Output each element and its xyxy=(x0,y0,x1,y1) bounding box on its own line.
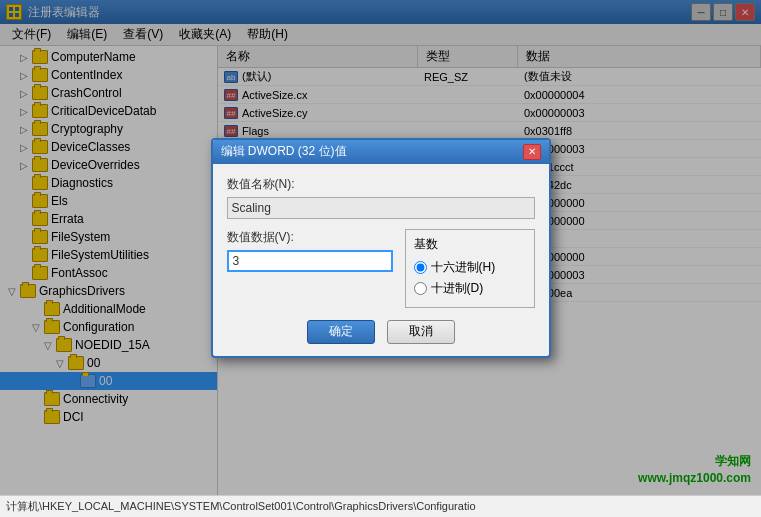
status-text: 计算机\HKEY_LOCAL_MACHINE\SYSTEM\ControlSet… xyxy=(6,499,476,514)
base-radio-group: 基数 十六进制(H) 十进制(D) xyxy=(405,229,535,308)
dialog-title-text: 编辑 DWORD (32 位)值 xyxy=(221,143,347,160)
base-label: 基数 xyxy=(414,236,526,253)
data-input[interactable] xyxy=(227,250,393,272)
dialog-buttons: 确定 取消 xyxy=(227,320,535,344)
data-col: 数值数据(V): xyxy=(227,229,393,308)
name-label: 数值名称(N): xyxy=(227,176,535,193)
dec-radio-item[interactable]: 十进制(D) xyxy=(414,280,526,297)
hex-radio[interactable] xyxy=(414,261,427,274)
dword-dialog: 编辑 DWORD (32 位)值 ✕ 数值名称(N): 数值数据(V): 基数 … xyxy=(211,138,551,358)
dialog-title-bar: 编辑 DWORD (32 位)值 ✕ xyxy=(213,140,549,164)
status-bar: 计算机\HKEY_LOCAL_MACHINE\SYSTEM\ControlSet… xyxy=(0,495,761,517)
hex-radio-item[interactable]: 十六进制(H) xyxy=(414,259,526,276)
dialog-close-button[interactable]: ✕ xyxy=(523,144,541,160)
dialog-overlay: 编辑 DWORD (32 位)值 ✕ 数值名称(N): 数值数据(V): 基数 … xyxy=(0,0,761,495)
ok-button[interactable]: 确定 xyxy=(307,320,375,344)
data-label: 数值数据(V): xyxy=(227,229,393,246)
dialog-data-row: 数值数据(V): 基数 十六进制(H) 十进制(D) xyxy=(227,229,535,308)
dec-label: 十进制(D) xyxy=(431,280,484,297)
dec-radio[interactable] xyxy=(414,282,427,295)
cancel-button[interactable]: 取消 xyxy=(387,320,455,344)
base-col: 基数 十六进制(H) 十进制(D) xyxy=(405,229,535,308)
hex-label: 十六进制(H) xyxy=(431,259,496,276)
name-input[interactable] xyxy=(227,197,535,219)
dialog-body: 数值名称(N): 数值数据(V): 基数 十六进制(H) xyxy=(213,164,549,356)
